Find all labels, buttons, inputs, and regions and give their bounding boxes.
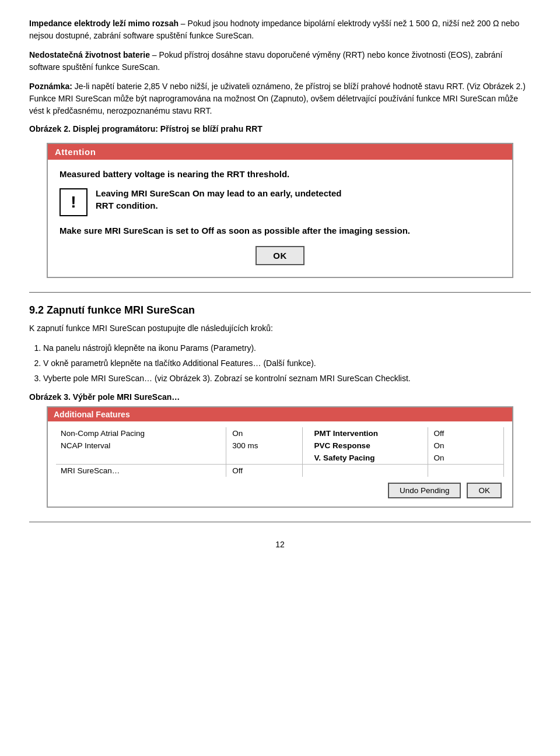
feat-rvalue-3: On [428, 452, 504, 465]
attention-header: Attention [48, 144, 512, 160]
page-number: 12 [29, 540, 531, 549]
figure2-caption-text: Displej programátoru: Přístroj se blíží … [71, 124, 262, 133]
figure3-caption-text: Výběr pole MRI SureScan… [71, 392, 180, 402]
note-rest: Je-li napětí baterie 2,85 V nebo nižší, … [29, 82, 526, 115]
steps-list: Na panelu nástrojů klepněte na ikonu Par… [43, 342, 531, 385]
feat-rvalue-4 [428, 465, 504, 477]
features-row-2: NCAP Interval 300 ms PVC Response On [56, 439, 504, 452]
feat-value-2: 300 ms [226, 439, 302, 452]
features-table: Non-Comp Atrial Pacing On PMT Interventi… [56, 427, 504, 477]
attention-note: Make sure MRI SureScan is set to Off as … [60, 224, 501, 237]
attention-box: Attention Measured battery voltage is ne… [47, 143, 513, 278]
feat-label-2: NCAP Interval [56, 439, 226, 452]
features-bottom-row: Undo Pending OK [56, 483, 504, 498]
undo-pending-button[interactable]: Undo Pending [388, 483, 461, 498]
warning-icon: ! [60, 188, 88, 216]
impedance-bold: Impedance elektrody leží mimo rozsah [29, 19, 178, 28]
step-3: Vyberte pole MRI SureScan… (viz Obrázek … [43, 372, 531, 386]
attention-warning-text: Leaving MRI SureScan On may lead to an e… [96, 187, 342, 212]
feat-rlabel-3: V. Safety Pacing [302, 452, 428, 465]
feat-label-4: MRI SureScan… [56, 465, 226, 477]
feat-rlabel-4 [302, 465, 428, 477]
note-paragraph: Poznámka: Je-li napětí baterie 2,85 V ne… [29, 80, 531, 117]
step-2: V okně parametrů klepněte na tlačítko Ad… [43, 357, 531, 371]
features-body: Non-Comp Atrial Pacing On PMT Interventi… [48, 421, 512, 507]
bottom-divider [29, 522, 531, 522]
section2-intro: K zapnutí funkce MRI SureScan postupujte… [29, 322, 531, 335]
figure3-caption-label: Obrázek 3. Výběr pole MRI SureScan… [29, 392, 531, 402]
features-row-1: Non-Comp Atrial Pacing On PMT Interventi… [56, 427, 504, 439]
ok-button-row: OK [60, 246, 501, 265]
feat-value-3 [226, 452, 302, 465]
step-1: Na panelu nástrojů klepněte na ikonu Par… [43, 342, 531, 356]
attention-ok-button[interactable]: OK [256, 246, 304, 265]
section-divider [29, 292, 531, 293]
battery-bold: Nedostatečná životnost baterie [29, 50, 150, 59]
section2-heading: 9.2 Zapnutí funkce MRI SureScan [29, 304, 531, 317]
feat-rvalue-1: Off [428, 427, 504, 439]
features-ok-button[interactable]: OK [467, 483, 502, 498]
feat-rvalue-2: On [428, 439, 504, 452]
note-bold: Poznámka: [29, 82, 72, 91]
feat-rlabel-2: PVC Response [302, 439, 428, 452]
impedance-paragraph: Impedance elektrody leží mimo rozsah – P… [29, 17, 531, 42]
features-box: Additional Features Non-Comp Atrial Paci… [47, 406, 513, 508]
feat-rlabel-1: PMT Intervention [302, 427, 428, 439]
feat-value-4: Off [226, 465, 302, 477]
feat-value-1: On [226, 427, 302, 439]
figure2-caption-label: Obrázek 2. Displej programátoru: Přístro… [29, 124, 531, 133]
attention-main-message: Measured battery voltage is nearing the … [60, 169, 501, 179]
attention-warning-row: ! Leaving MRI SureScan On may lead to an… [60, 187, 501, 216]
features-divider-row: MRI SureScan… Off [56, 465, 504, 477]
features-row-3: V. Safety Pacing On [56, 452, 504, 465]
figure3-label: Obrázek 3. [29, 392, 71, 402]
battery-paragraph: Nedostatečná životnost baterie – Pokud p… [29, 49, 531, 73]
feat-label-1: Non-Comp Atrial Pacing [56, 427, 226, 439]
attention-body: Measured battery voltage is nearing the … [48, 160, 512, 277]
feat-label-3 [56, 452, 226, 465]
figure2-label: Obrázek 2. [29, 124, 71, 133]
features-header: Additional Features [48, 407, 512, 421]
